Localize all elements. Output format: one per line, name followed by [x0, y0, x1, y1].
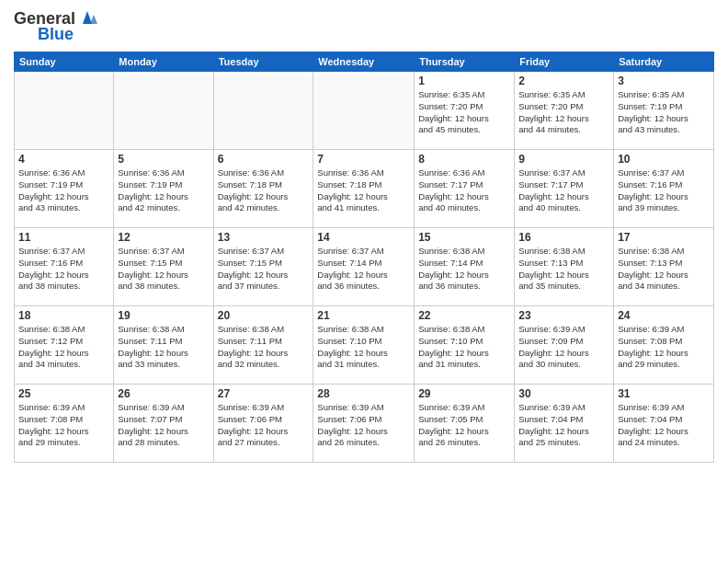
calendar-cell: 15Sunrise: 6:38 AM Sunset: 7:14 PM Dayli… — [415, 228, 515, 306]
day-number: 20 — [218, 309, 310, 322]
day-number: 22 — [418, 309, 510, 322]
calendar-cell: 24Sunrise: 6:39 AM Sunset: 7:08 PM Dayli… — [614, 306, 714, 385]
day-number: 13 — [218, 231, 310, 244]
weekday-header-thursday: Thursday — [415, 52, 515, 72]
day-number: 11 — [18, 231, 109, 244]
calendar-cell: 2Sunrise: 6:35 AM Sunset: 7:20 PM Daylig… — [515, 72, 614, 150]
day-info: Sunrise: 6:38 AM Sunset: 7:10 PM Dayligh… — [418, 324, 510, 371]
day-info: Sunrise: 6:36 AM Sunset: 7:17 PM Dayligh… — [418, 167, 510, 214]
day-number: 15 — [418, 231, 510, 244]
calendar-cell: 9Sunrise: 6:37 AM Sunset: 7:17 PM Daylig… — [515, 150, 614, 228]
calendar-cell: 8Sunrise: 6:36 AM Sunset: 7:17 PM Daylig… — [415, 150, 515, 228]
svg-marker-1 — [90, 15, 97, 24]
day-number: 29 — [418, 387, 510, 400]
day-number: 6 — [218, 153, 310, 166]
day-number: 26 — [118, 387, 209, 400]
calendar-cell: 25Sunrise: 6:39 AM Sunset: 7:08 PM Dayli… — [15, 385, 114, 463]
day-number: 10 — [618, 153, 710, 166]
calendar-cell: 20Sunrise: 6:38 AM Sunset: 7:11 PM Dayli… — [213, 306, 313, 385]
calendar-cell: 3Sunrise: 6:35 AM Sunset: 7:19 PM Daylig… — [614, 72, 714, 150]
day-number: 9 — [518, 153, 609, 166]
day-info: Sunrise: 6:38 AM Sunset: 7:11 PM Dayligh… — [218, 324, 310, 371]
calendar-cell: 18Sunrise: 6:38 AM Sunset: 7:12 PM Dayli… — [15, 306, 114, 385]
calendar-cell: 28Sunrise: 6:39 AM Sunset: 7:06 PM Dayli… — [313, 385, 415, 463]
day-number: 8 — [418, 153, 510, 166]
calendar-cell — [114, 72, 213, 150]
day-info: Sunrise: 6:39 AM Sunset: 7:04 PM Dayligh… — [518, 402, 609, 449]
day-number: 24 — [618, 309, 710, 322]
day-number: 5 — [118, 153, 209, 166]
calendar-cell: 30Sunrise: 6:39 AM Sunset: 7:04 PM Dayli… — [515, 385, 614, 463]
calendar-cell: 1Sunrise: 6:35 AM Sunset: 7:20 PM Daylig… — [415, 72, 515, 150]
weekday-header-tuesday: Tuesday — [213, 52, 313, 72]
calendar-cell: 29Sunrise: 6:39 AM Sunset: 7:05 PM Dayli… — [415, 385, 515, 463]
weekday-header-sunday: Sunday — [15, 52, 114, 72]
weekday-header-saturday: Saturday — [614, 52, 714, 72]
day-info: Sunrise: 6:36 AM Sunset: 7:18 PM Dayligh… — [317, 167, 410, 214]
calendar-cell: 21Sunrise: 6:38 AM Sunset: 7:10 PM Dayli… — [313, 306, 415, 385]
day-number: 27 — [218, 387, 310, 400]
day-info: Sunrise: 6:39 AM Sunset: 7:08 PM Dayligh… — [18, 402, 109, 449]
calendar-cell: 11Sunrise: 6:37 AM Sunset: 7:16 PM Dayli… — [15, 228, 114, 306]
day-number: 23 — [518, 309, 609, 322]
day-info: Sunrise: 6:37 AM Sunset: 7:17 PM Dayligh… — [518, 167, 609, 214]
day-info: Sunrise: 6:37 AM Sunset: 7:15 PM Dayligh… — [118, 246, 209, 293]
day-info: Sunrise: 6:35 AM Sunset: 7:20 PM Dayligh… — [418, 89, 510, 136]
day-number: 16 — [518, 231, 609, 244]
logo-icon — [77, 7, 97, 28]
day-number: 21 — [317, 309, 410, 322]
day-info: Sunrise: 6:39 AM Sunset: 7:07 PM Dayligh… — [118, 402, 209, 449]
day-info: Sunrise: 6:39 AM Sunset: 7:06 PM Dayligh… — [218, 402, 310, 449]
day-info: Sunrise: 6:37 AM Sunset: 7:16 PM Dayligh… — [618, 167, 710, 214]
day-info: Sunrise: 6:37 AM Sunset: 7:16 PM Dayligh… — [18, 246, 109, 293]
day-info: Sunrise: 6:39 AM Sunset: 7:08 PM Dayligh… — [618, 324, 710, 371]
calendar-cell: 13Sunrise: 6:37 AM Sunset: 7:15 PM Dayli… — [213, 228, 313, 306]
day-number: 12 — [118, 231, 209, 244]
calendar-cell: 19Sunrise: 6:38 AM Sunset: 7:11 PM Dayli… — [114, 306, 213, 385]
calendar-cell: 17Sunrise: 6:38 AM Sunset: 7:13 PM Dayli… — [614, 228, 714, 306]
day-info: Sunrise: 6:38 AM Sunset: 7:11 PM Dayligh… — [118, 324, 209, 371]
day-number: 7 — [317, 153, 410, 166]
day-info: Sunrise: 6:39 AM Sunset: 7:06 PM Dayligh… — [317, 402, 410, 449]
day-number: 14 — [317, 231, 410, 244]
day-number: 3 — [618, 75, 710, 87]
day-number: 30 — [518, 387, 609, 400]
day-number: 19 — [118, 309, 209, 322]
calendar-cell: 26Sunrise: 6:39 AM Sunset: 7:07 PM Dayli… — [114, 385, 213, 463]
calendar-cell: 7Sunrise: 6:36 AM Sunset: 7:18 PM Daylig… — [313, 150, 415, 228]
day-number: 28 — [317, 387, 410, 400]
calendar-cell: 31Sunrise: 6:39 AM Sunset: 7:04 PM Dayli… — [614, 385, 714, 463]
calendar-cell: 6Sunrise: 6:36 AM Sunset: 7:18 PM Daylig… — [213, 150, 313, 228]
day-number: 2 — [518, 75, 609, 87]
calendar-cell: 12Sunrise: 6:37 AM Sunset: 7:15 PM Dayli… — [114, 228, 213, 306]
calendar-cell — [15, 72, 114, 150]
page-header: General Blue — [14, 9, 714, 44]
day-info: Sunrise: 6:37 AM Sunset: 7:14 PM Dayligh… — [317, 246, 410, 293]
day-number: 31 — [618, 387, 710, 400]
day-info: Sunrise: 6:37 AM Sunset: 7:15 PM Dayligh… — [218, 246, 310, 293]
calendar-cell: 5Sunrise: 6:36 AM Sunset: 7:19 PM Daylig… — [114, 150, 213, 228]
weekday-header-wednesday: Wednesday — [313, 52, 415, 72]
day-info: Sunrise: 6:35 AM Sunset: 7:20 PM Dayligh… — [518, 89, 609, 136]
day-number: 1 — [418, 75, 510, 87]
day-info: Sunrise: 6:36 AM Sunset: 7:18 PM Dayligh… — [218, 167, 310, 214]
day-info: Sunrise: 6:38 AM Sunset: 7:14 PM Dayligh… — [418, 246, 510, 293]
calendar-cell: 4Sunrise: 6:36 AM Sunset: 7:19 PM Daylig… — [15, 150, 114, 228]
weekday-header-friday: Friday — [515, 52, 614, 72]
calendar-table: SundayMondayTuesdayWednesdayThursdayFrid… — [14, 52, 714, 463]
day-info: Sunrise: 6:38 AM Sunset: 7:12 PM Dayligh… — [18, 324, 109, 371]
svg-marker-0 — [83, 11, 92, 24]
day-info: Sunrise: 6:38 AM Sunset: 7:13 PM Dayligh… — [518, 246, 609, 293]
calendar-cell: 16Sunrise: 6:38 AM Sunset: 7:13 PM Dayli… — [515, 228, 614, 306]
day-number: 4 — [18, 153, 109, 166]
day-number: 25 — [18, 387, 109, 400]
day-info: Sunrise: 6:38 AM Sunset: 7:10 PM Dayligh… — [317, 324, 410, 371]
day-info: Sunrise: 6:36 AM Sunset: 7:19 PM Dayligh… — [18, 167, 109, 214]
day-number: 17 — [618, 231, 710, 244]
day-info: Sunrise: 6:39 AM Sunset: 7:05 PM Dayligh… — [418, 402, 510, 449]
calendar-cell: 10Sunrise: 6:37 AM Sunset: 7:16 PM Dayli… — [614, 150, 714, 228]
day-info: Sunrise: 6:39 AM Sunset: 7:04 PM Dayligh… — [618, 402, 710, 449]
day-info: Sunrise: 6:39 AM Sunset: 7:09 PM Dayligh… — [518, 324, 609, 371]
calendar-cell: 27Sunrise: 6:39 AM Sunset: 7:06 PM Dayli… — [213, 385, 313, 463]
day-info: Sunrise: 6:36 AM Sunset: 7:19 PM Dayligh… — [118, 167, 209, 214]
